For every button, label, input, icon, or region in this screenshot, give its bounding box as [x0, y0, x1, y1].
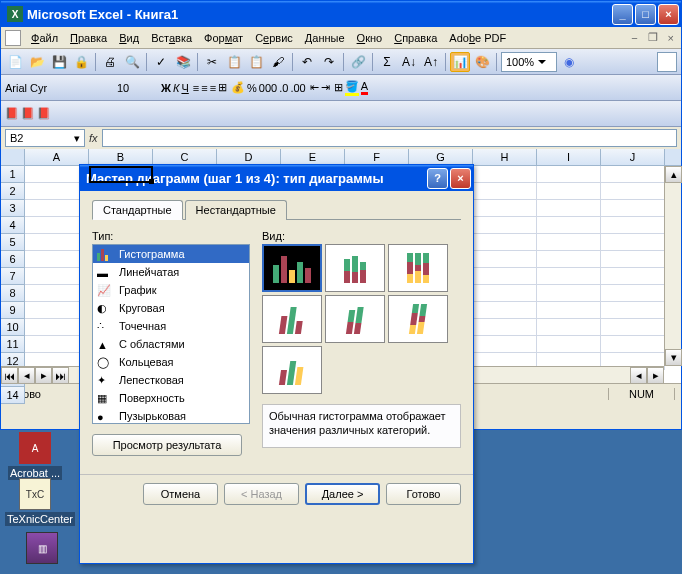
- name-box[interactable]: B2 ▾: [5, 129, 85, 147]
- redo-button[interactable]: ↷: [319, 52, 339, 72]
- row-header[interactable]: 8: [1, 285, 25, 302]
- col-header[interactable]: B: [89, 149, 153, 165]
- format-painter-button[interactable]: 🖌: [268, 52, 288, 72]
- font-color-button[interactable]: A: [361, 80, 368, 95]
- increase-decimal-button[interactable]: .0: [279, 82, 288, 94]
- col-header[interactable]: C: [153, 149, 217, 165]
- currency-button[interactable]: 💰: [231, 81, 245, 94]
- cut-button[interactable]: ✂: [202, 52, 222, 72]
- underline-button[interactable]: Ч: [181, 82, 188, 94]
- row-header[interactable]: 2: [1, 183, 25, 200]
- row-header[interactable]: 6: [1, 251, 25, 268]
- save-button[interactable]: 💾: [49, 52, 69, 72]
- type-item-area[interactable]: ▲ С областями: [93, 335, 249, 353]
- type-item-bubble[interactable]: ● Пузырьковая: [93, 407, 249, 424]
- menu-edit[interactable]: Правка: [64, 30, 113, 46]
- active-cell[interactable]: [89, 166, 153, 183]
- align-left-button[interactable]: ≡: [193, 82, 199, 94]
- col-header[interactable]: E: [281, 149, 345, 165]
- menu-tools[interactable]: Сервис: [249, 30, 299, 46]
- minimize-button[interactable]: _: [612, 4, 633, 25]
- type-item-scatter[interactable]: ∴ Точечная: [93, 317, 249, 335]
- comma-button[interactable]: 000: [259, 82, 277, 94]
- row-header[interactable]: 5: [1, 234, 25, 251]
- mdi-close-button[interactable]: ×: [665, 32, 677, 44]
- sort-desc-button[interactable]: A↑: [421, 52, 441, 72]
- type-item-histogram[interactable]: Гистограмма: [93, 245, 249, 263]
- maximize-button[interactable]: □: [635, 4, 656, 25]
- desktop-icon-acrobat[interactable]: A Acrobat ...: [5, 432, 65, 480]
- tab-next-button[interactable]: ▸: [35, 367, 52, 384]
- col-header[interactable]: G: [409, 149, 473, 165]
- col-header[interactable]: H: [473, 149, 537, 165]
- undo-button[interactable]: ↶: [297, 52, 317, 72]
- permission-button[interactable]: 🔒: [71, 52, 91, 72]
- vertical-scrollbar[interactable]: ▴ ▾: [664, 166, 681, 366]
- mdi-restore-button[interactable]: ❐: [645, 31, 661, 44]
- row-header[interactable]: 4: [1, 217, 25, 234]
- paste-button[interactable]: 📋: [246, 52, 266, 72]
- hyperlink-button[interactable]: 🔗: [348, 52, 368, 72]
- document-icon[interactable]: [5, 30, 21, 46]
- next-button[interactable]: Далее >: [305, 483, 380, 505]
- desktop-icon-winrar[interactable]: ▥: [12, 532, 72, 566]
- zoom-dropdown[interactable]: 100%: [501, 52, 557, 72]
- subtype-3d-column[interactable]: [262, 346, 322, 394]
- dialog-help-button[interactable]: ?: [427, 168, 448, 189]
- menu-adobe-pdf[interactable]: Adobe PDF: [443, 30, 512, 46]
- copy-button[interactable]: 📋: [224, 52, 244, 72]
- open-button[interactable]: 📂: [27, 52, 47, 72]
- col-header[interactable]: J: [601, 149, 665, 165]
- tab-nonstandard[interactable]: Нестандартные: [185, 200, 287, 220]
- subtype-3d-clustered[interactable]: [262, 295, 322, 343]
- align-center-button[interactable]: ≡: [201, 82, 207, 94]
- merge-center-button[interactable]: ⊞: [218, 81, 227, 94]
- borders-button[interactable]: ⊞: [334, 81, 343, 94]
- tab-standard[interactable]: Стандартные: [92, 200, 183, 220]
- menu-insert[interactable]: Вставка: [145, 30, 198, 46]
- col-header[interactable]: I: [537, 149, 601, 165]
- type-item-radar[interactable]: ✦ Лепестковая: [93, 371, 249, 389]
- new-button[interactable]: 📄: [5, 52, 25, 72]
- autosum-button[interactable]: Σ: [377, 52, 397, 72]
- convert-review-pdf-button[interactable]: 📕: [37, 107, 51, 120]
- cancel-button[interactable]: Отмена: [143, 483, 218, 505]
- menu-file[interactable]: Файл: [25, 30, 64, 46]
- chart-type-list[interactable]: Гистограмма ▬ Линейчатая 📈 График ◐ Круг…: [92, 244, 250, 424]
- decrease-decimal-button[interactable]: .00: [290, 82, 305, 94]
- spellcheck-button[interactable]: ✓: [151, 52, 171, 72]
- col-header[interactable]: D: [217, 149, 281, 165]
- menu-window[interactable]: Окно: [351, 30, 389, 46]
- row-header[interactable]: 14: [1, 387, 25, 404]
- tab-last-button[interactable]: ⏭: [52, 367, 69, 384]
- subtype-100stacked[interactable]: [388, 244, 448, 292]
- subtype-clustered[interactable]: [262, 244, 322, 292]
- scroll-up-button[interactable]: ▴: [665, 166, 682, 183]
- row-header[interactable]: 3: [1, 200, 25, 217]
- type-item-pie[interactable]: ◐ Круговая: [93, 299, 249, 317]
- preview-result-button[interactable]: Просмотр результата: [92, 434, 242, 456]
- scroll-left-button[interactable]: ◂: [630, 367, 647, 384]
- fx-label[interactable]: fx: [89, 132, 98, 144]
- select-all-corner[interactable]: [1, 149, 25, 165]
- italic-button[interactable]: К: [173, 82, 179, 94]
- percent-button[interactable]: %: [247, 82, 257, 94]
- subtype-3d-stacked[interactable]: [325, 295, 385, 343]
- help-button[interactable]: ◉: [559, 52, 579, 72]
- chart-wizard-button[interactable]: 📊: [450, 52, 470, 72]
- row-header[interactable]: 1: [1, 166, 25, 183]
- row-header[interactable]: 9: [1, 302, 25, 319]
- sort-asc-button[interactable]: A↓: [399, 52, 419, 72]
- row-header[interactable]: 10: [1, 319, 25, 336]
- fill-handle[interactable]: [149, 179, 154, 184]
- row-header[interactable]: 7: [1, 268, 25, 285]
- menu-data[interactable]: Данные: [299, 30, 351, 46]
- print-button[interactable]: 🖨: [100, 52, 120, 72]
- col-header[interactable]: A: [25, 149, 89, 165]
- type-item-doughnut[interactable]: ◯ Кольцевая: [93, 353, 249, 371]
- bold-button[interactable]: Ж: [161, 82, 171, 94]
- drawing-button[interactable]: 🎨: [472, 52, 492, 72]
- align-right-button[interactable]: ≡: [210, 82, 216, 94]
- close-button[interactable]: ×: [658, 4, 679, 25]
- finish-button[interactable]: Готово: [386, 483, 461, 505]
